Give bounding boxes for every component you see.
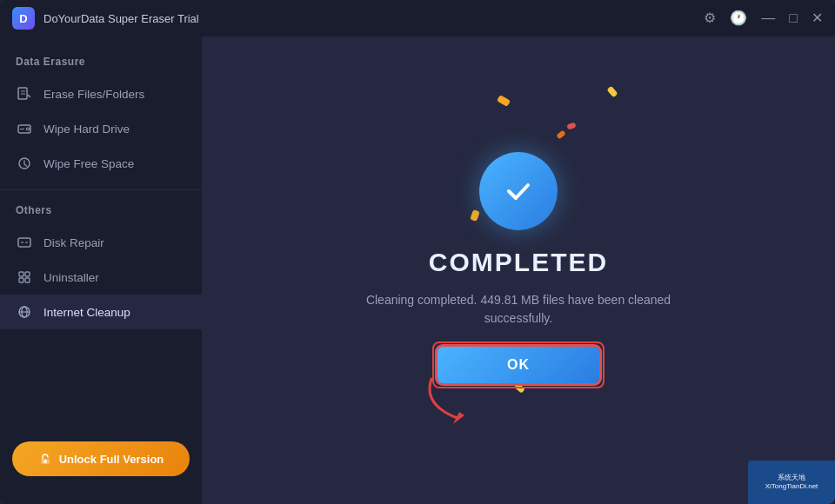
- completed-title: COMPLETED: [429, 248, 608, 277]
- checkmark-icon: [498, 171, 538, 211]
- svg-rect-19: [41, 459, 50, 464]
- sidebar-item-wipe-free-space[interactable]: Wipe Free Space: [0, 146, 202, 181]
- completion-panel: COMPLETED Cleaning completed. 449.81 MB …: [362, 152, 675, 388]
- sidebar: Data Erasure Erase Files/Folders: [0, 36, 202, 504]
- svg-rect-13: [19, 278, 23, 282]
- wipe-free-space-label: Wipe Free Space: [43, 157, 134, 170]
- others-label: Others: [0, 199, 202, 225]
- internet-cleanup-label: Internet Cleanup: [43, 306, 130, 319]
- unlock-icon: [38, 452, 52, 466]
- svg-rect-8: [18, 238, 30, 247]
- erase-files-icon: [16, 85, 33, 103]
- history-icon[interactable]: 🕐: [730, 11, 747, 25]
- title-bar-left: D DoYourData Super Eraser Trial: [12, 7, 199, 30]
- internet-cleanup-icon: [16, 303, 33, 321]
- watermark: 系统天地XiTongTianDi.net: [748, 461, 835, 504]
- svg-rect-11: [19, 272, 23, 276]
- app-logo: D: [12, 7, 35, 30]
- sidebar-item-disk-repair[interactable]: Disk Repair: [0, 225, 202, 260]
- sidebar-item-internet-cleanup[interactable]: Internet Cleanup: [0, 295, 202, 329]
- title-bar: D DoYourData Super Eraser Trial ⚙ 🕐 — □ …: [0, 0, 835, 36]
- close-icon[interactable]: ✕: [812, 11, 823, 25]
- erase-files-label: Erase Files/Folders: [43, 88, 144, 101]
- title-bar-controls: ⚙ 🕐 — □ ✕: [704, 11, 823, 25]
- particle-3: [606, 86, 618, 98]
- main-layout: Data Erasure Erase Files/Folders: [0, 36, 835, 504]
- sidebar-item-uninstaller[interactable]: Uninstaller: [0, 260, 202, 295]
- minimize-icon[interactable]: —: [761, 11, 775, 25]
- disk-repair-icon: [16, 234, 33, 251]
- sidebar-item-erase-files[interactable]: Erase Files/Folders: [0, 76, 202, 111]
- unlock-full-version-button[interactable]: Unlock Full Version: [12, 441, 190, 476]
- sidebar-divider: [0, 189, 202, 190]
- particle-1: [497, 95, 511, 107]
- svg-rect-12: [25, 272, 30, 276]
- svg-rect-14: [25, 278, 30, 282]
- watermark-text: 系统天地XiTongTianDi.net: [765, 474, 818, 492]
- disk-repair-label: Disk Repair: [43, 236, 104, 249]
- arrow-container: [414, 361, 484, 434]
- sidebar-bottom: Unlock Full Version: [0, 428, 202, 490]
- particle-2: [566, 122, 576, 129]
- uninstaller-label: Uninstaller: [43, 271, 99, 284]
- maximize-icon[interactable]: □: [789, 11, 798, 25]
- wipe-hard-drive-icon: [16, 120, 33, 137]
- uninstaller-icon: [16, 269, 33, 286]
- completed-description: Cleaning completed. 449.81 MB files have…: [362, 291, 675, 328]
- main-content: COMPLETED Cleaning completed. 449.81 MB …: [202, 36, 835, 504]
- app-title: DoYourData Super Eraser Trial: [43, 12, 199, 25]
- data-erasure-label: Data Erasure: [0, 50, 202, 76]
- arrow-icon: [414, 361, 484, 431]
- particle-4: [556, 129, 566, 139]
- svg-point-5: [27, 128, 30, 130]
- checkmark-circle: [479, 152, 558, 230]
- svg-line-3: [28, 95, 30, 97]
- settings-icon[interactable]: ⚙: [704, 11, 716, 25]
- app-window: D DoYourData Super Eraser Trial ⚙ 🕐 — □ …: [0, 0, 835, 504]
- sidebar-item-wipe-hard-drive[interactable]: Wipe Hard Drive: [0, 111, 202, 146]
- unlock-label: Unlock Full Version: [59, 453, 164, 466]
- wipe-hard-drive-label: Wipe Hard Drive: [43, 123, 130, 136]
- wipe-free-space-icon: [16, 155, 33, 172]
